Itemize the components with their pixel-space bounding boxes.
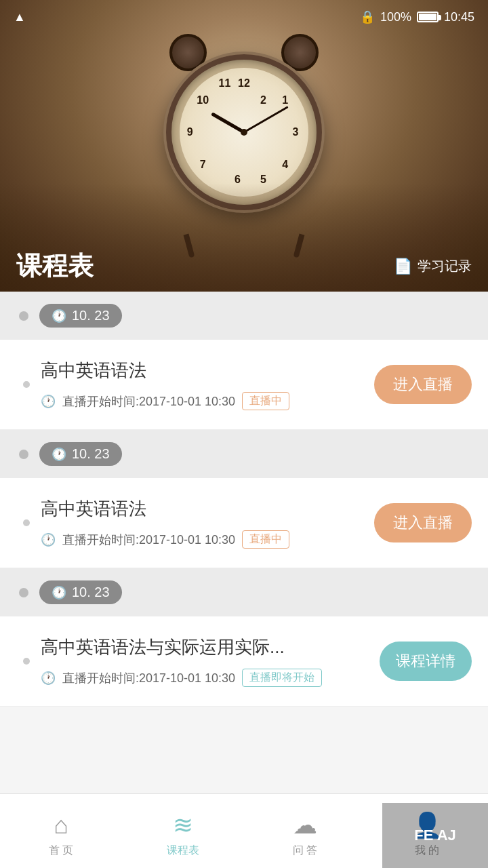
nav-label-qa: 问 答	[293, 844, 317, 858]
enter-live-button-2[interactable]: 进入直播	[374, 503, 472, 542]
date-text-1: 10. 23	[72, 308, 110, 323]
clock-num-9: 9	[187, 126, 193, 138]
hero-banner: 12 1 3 4 5 6 7 9 10 11 2	[0, 0, 488, 292]
hero-title-bar: 课程表 📄 学习记录	[0, 241, 488, 292]
clock-num-7: 7	[200, 159, 206, 171]
clock-num-12: 12	[238, 77, 250, 90]
date-clock-icon-2: 🕐	[52, 447, 66, 462]
live-status-badge-2: 直播中	[242, 530, 289, 549]
enter-live-button-1[interactable]: 进入直播	[374, 365, 472, 404]
watermark: FE AJ	[382, 803, 488, 868]
date-group-1: 🕐 10. 23 高中英语语法 🕐 直播开始时间:2017-10-01 10:3…	[0, 292, 488, 430]
hour-hand	[211, 112, 245, 134]
time-label-1: 直播开始时间:2017-10-01 10:30	[62, 393, 235, 410]
battery-icon	[417, 12, 439, 22]
home-icon: ⌂	[54, 811, 68, 840]
nav-label-schedule: 课程表	[167, 844, 199, 858]
date-header-2: 🕐 10. 23	[0, 430, 488, 478]
date-text-2: 10. 23	[72, 446, 110, 462]
clock-num-2: 2	[260, 94, 266, 106]
page-title: 课程表	[16, 249, 94, 283]
date-badge-1: 🕐 10. 23	[39, 304, 122, 328]
time-label-3: 直播开始时间:2017-10-01 10:30	[62, 670, 235, 686]
course-time-2: 🕐 直播开始时间:2017-10-01 10:30 直播中	[41, 530, 361, 549]
time-icon-1: 🕐	[41, 394, 56, 409]
course-info-2: 高中英语语法 🕐 直播开始时间:2017-10-01 10:30 直播中	[41, 497, 361, 549]
date-dot-2	[19, 450, 28, 459]
course-name-1: 高中英语语法	[41, 359, 361, 382]
nav-item-qa[interactable]: ☁ 问 答	[244, 804, 366, 858]
date-badge-3: 🕐 10. 23	[39, 580, 122, 604]
clock-num-3: 3	[293, 126, 299, 138]
date-header-3: 🕐 10. 23	[0, 568, 488, 616]
time-label-2: 直播开始时间:2017-10-01 10:30	[62, 532, 235, 548]
status-right: 🔒 100% 10:45	[360, 9, 474, 24]
date-text-3: 10. 23	[72, 585, 110, 600]
clock-bell-left	[169, 34, 207, 71]
nav-item-home[interactable]: ⌂ 首 页	[0, 804, 122, 858]
live-status-badge-3: 直播即将开始	[242, 669, 322, 687]
study-record-button[interactable]: 📄 学习记录	[394, 257, 472, 275]
date-group-2: 🕐 10. 23 高中英语语法 🕐 直播开始时间:2017-10-01 10:3…	[0, 430, 488, 568]
course-time-3: 🕐 直播开始时间:2017-10-01 10:30 直播即将开始	[41, 669, 366, 687]
date-group-3: 🕐 10. 23 高中英语语法与实际运用实际... 🕐 直播开始时间:2017-…	[0, 568, 488, 707]
doc-icon: 📄	[394, 258, 412, 275]
schedule-icon: ≋	[173, 811, 193, 840]
clock-num-10: 10	[197, 94, 209, 106]
watermark-text: FE AJ	[414, 827, 456, 844]
course-info-1: 高中英语语法 🕐 直播开始时间:2017-10-01 10:30 直播中	[41, 359, 361, 410]
date-dot-3	[19, 588, 28, 597]
lock-icon: 🔒	[360, 9, 375, 24]
course-item-2: 高中英语语法 🕐 直播开始时间:2017-10-01 10:30 直播中 进入直…	[0, 478, 488, 568]
time-icon-2: 🕐	[41, 532, 56, 547]
course-name-3: 高中英语语法与实际运用实际...	[41, 635, 366, 659]
clock-face: 12 1 3 4 5 6 7 9 10 11 2	[180, 68, 308, 197]
live-status-badge-1: 直播中	[242, 392, 289, 410]
clock-num-1: 1	[282, 94, 288, 106]
date-dot-1	[19, 311, 28, 321]
clock-num-11: 11	[219, 77, 231, 90]
course-item-1: 高中英语语法 🕐 直播开始时间:2017-10-01 10:30 直播中 进入直…	[0, 340, 488, 430]
date-clock-icon-3: 🕐	[52, 585, 66, 600]
course-name-2: 高中英语语法	[41, 497, 361, 521]
study-record-label: 学习记录	[418, 257, 472, 275]
clock-num-4: 4	[282, 159, 288, 171]
date-clock-icon-1: 🕐	[52, 309, 66, 323]
course-item-3: 高中英语语法与实际运用实际... 🕐 直播开始时间:2017-10-01 10:…	[0, 616, 488, 707]
nav-item-schedule[interactable]: ≋ 课程表	[122, 804, 244, 858]
clock-center	[241, 129, 247, 136]
course-detail-button-3[interactable]: 课程详情	[380, 642, 472, 681]
status-bar: ▲ 🔒 100% 10:45	[0, 0, 488, 34]
qa-icon: ☁	[293, 811, 317, 840]
schedule-list: 🕐 10. 23 高中英语语法 🕐 直播开始时间:2017-10-01 10:3…	[0, 292, 488, 788]
minute-hand	[243, 106, 288, 133]
course-time-1: 🕐 直播开始时间:2017-10-01 10:30 直播中	[41, 392, 361, 410]
nav-label-home: 首 页	[49, 844, 73, 858]
date-header-1: 🕐 10. 23	[0, 292, 488, 340]
wifi-icon: ▲	[14, 10, 26, 24]
battery-percent: 100%	[380, 10, 411, 24]
date-badge-2: 🕐 10. 23	[39, 442, 122, 466]
clock-time: 10:45	[444, 10, 474, 24]
time-icon-3: 🕐	[41, 671, 56, 686]
clock-bell-right	[281, 34, 319, 71]
course-info-3: 高中英语语法与实际运用实际... 🕐 直播开始时间:2017-10-01 10:…	[41, 635, 366, 687]
status-left: ▲	[14, 10, 26, 24]
